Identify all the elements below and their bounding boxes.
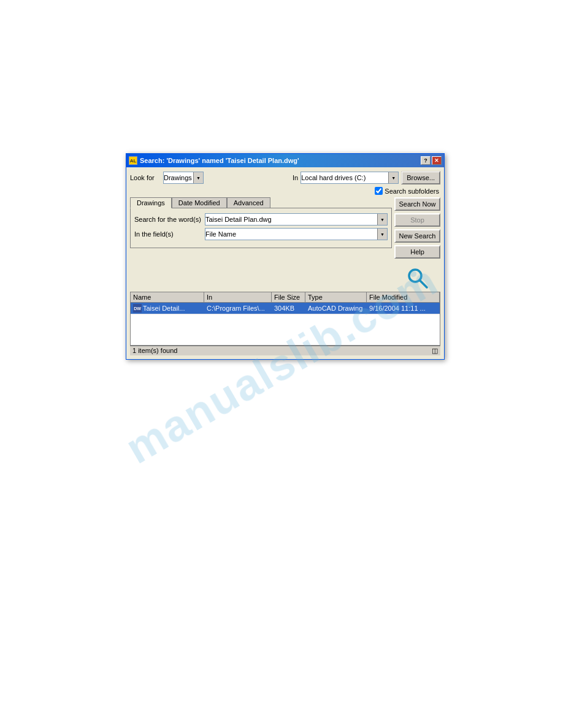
svg-line-1 (419, 280, 427, 287)
in-fields-row: In the field(s) File Name ▼ (134, 228, 388, 240)
buttons-panel: Search Now Stop New Search Help (394, 197, 440, 289)
subfolders-label[interactable]: Search subfolders (375, 187, 439, 195)
search-icon-area (394, 267, 440, 289)
stop-button[interactable]: Stop (394, 213, 440, 227)
new-search-button[interactable]: New Search (394, 229, 440, 243)
col-header-filesize[interactable]: File Size (272, 292, 305, 302)
tab-date-modified[interactable]: Date Modified (172, 197, 227, 208)
search-dialog: AL Search: 'Drawings' named 'Taisei Deta… (126, 153, 445, 360)
result-in-cell: C:\Program Files\... (204, 304, 272, 313)
help-button[interactable]: Help (394, 245, 440, 259)
table-row[interactable]: DW Taisei Detail... C:\Program Files\...… (131, 303, 440, 314)
app-icon: AL (129, 156, 137, 165)
col-header-in[interactable]: In (204, 292, 272, 302)
in-select[interactable]: Local hard drives (C:) (301, 172, 399, 184)
tab-drawings[interactable]: Drawings (130, 197, 172, 208)
help-titlebar-button[interactable]: ? (421, 156, 431, 165)
result-name: Taisei Detail... (143, 305, 185, 312)
subfolders-checkbox[interactable] (375, 187, 383, 195)
search-panel: Search for the word(s) Taisei Detail Pla… (130, 208, 392, 248)
close-button[interactable]: ✕ (432, 156, 442, 165)
tab-advanced[interactable]: Advanced (227, 197, 270, 208)
look-for-combo-wrapper: Drawings ▼ (163, 172, 204, 184)
tab-bar: Drawings Date Modified Advanced (130, 197, 392, 208)
result-name-cell: DW Taisei Detail... (131, 303, 204, 313)
in-fields-select[interactable]: File Name (205, 228, 388, 240)
col-header-type[interactable]: Type (305, 292, 367, 302)
look-for-select[interactable]: Drawings (163, 172, 204, 184)
subfolders-row: Search subfolders (130, 187, 440, 195)
status-icon: ◫ (432, 347, 438, 355)
in-label: In (293, 174, 298, 181)
look-for-label: Look for (130, 174, 161, 181)
status-text: 1 item(s) found (132, 347, 177, 355)
search-magnifier-icon (407, 267, 429, 289)
result-size-cell: 304KB (272, 304, 305, 313)
file-type-icon: DW (133, 304, 142, 313)
browse-button[interactable]: Browse... (401, 171, 440, 184)
in-combo-wrapper: Local hard drives (C:) ▼ (301, 172, 399, 184)
dialog-title: Search: 'Drawings' named 'Taisei Detail … (140, 157, 299, 164)
title-bar: AL Search: 'Drawings' named 'Taisei Deta… (126, 154, 444, 167)
in-fields-label: In the field(s) (134, 230, 205, 238)
col-header-name[interactable]: Name (131, 292, 204, 302)
status-bar: 1 item(s) found ◫ (130, 346, 440, 355)
search-words-combo-wrapper: Taisei Detail Plan.dwg ▼ (205, 213, 388, 226)
main-content: Drawings Date Modified Advanced Search f… (130, 197, 440, 289)
in-fields-combo-wrapper: File Name ▼ (205, 228, 388, 240)
lookup-row: Look for Drawings ▼ In Local hard drives… (130, 171, 440, 184)
dialog-body: Look for Drawings ▼ In Local hard drives… (126, 167, 444, 359)
search-words-row: Search for the word(s) Taisei Detail Pla… (134, 213, 388, 226)
col-header-modified[interactable]: File Modified (367, 292, 440, 302)
result-type-cell: AutoCAD Drawing (305, 304, 367, 313)
results-empty-space (131, 314, 440, 345)
results-header: Name In File Size Type File Modified (131, 292, 440, 303)
search-now-button[interactable]: Search Now (394, 197, 440, 211)
results-section: Name In File Size Type File Modified DW … (130, 292, 440, 346)
search-words-label: Search for the word(s) (134, 216, 205, 223)
result-modified-cell: 9/16/2004 11:11 ... (367, 304, 440, 313)
svg-point-2 (410, 271, 416, 277)
subfolders-text: Search subfolders (385, 188, 439, 195)
search-words-select[interactable]: Taisei Detail Plan.dwg (205, 213, 388, 226)
